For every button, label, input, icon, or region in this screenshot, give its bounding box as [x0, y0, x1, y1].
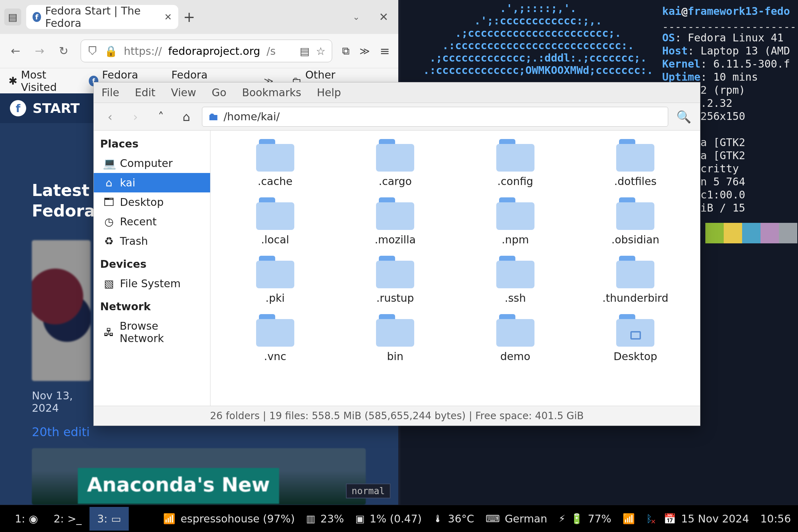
folder-config[interactable]: .config: [457, 139, 574, 187]
gear-icon: ✱: [8, 75, 17, 87]
extensions-icon[interactable]: ⧉: [342, 45, 349, 57]
folder-obsidian[interactable]: .obsidian: [577, 197, 694, 246]
folder-icon: [616, 139, 654, 172]
folder-cargo[interactable]: .cargo: [337, 139, 454, 187]
sidebar-icon: ◷: [103, 215, 115, 228]
window-close-button[interactable]: ✕: [379, 10, 388, 24]
nav-back-button[interactable]: ←: [8, 44, 23, 58]
nav-up-button[interactable]: ˄: [151, 107, 171, 127]
sidebar-icon: 💻: [103, 157, 115, 169]
nav-forward-button[interactable]: ›: [126, 107, 145, 127]
news-title: 20th editi: [32, 425, 91, 439]
sidebar-icon: ♻: [103, 235, 115, 247]
book-icon: ▭: [111, 513, 121, 525]
news-card[interactable]: Nov 13, 2024 20th editi: [32, 240, 91, 439]
reader-mode-icon[interactable]: ▤: [300, 45, 310, 57]
folder-thunderbird[interactable]: .thunderbird: [577, 256, 694, 304]
cpu-indicator[interactable]: ▣1% (0.47): [355, 513, 422, 525]
reload-button[interactable]: ↻: [57, 44, 71, 58]
file-manager-menubar: FileEditViewGoBookmarksHelp: [94, 82, 700, 103]
folder-icon: 🖿: [208, 110, 219, 123]
network-heading: Network: [94, 293, 210, 316]
wifi-indicator[interactable]: 📶espressohouse (97%): [163, 513, 295, 525]
folder-dotfiles[interactable]: .dotfiles: [577, 139, 694, 187]
ascii-art: .',;::::;,'. .';:cccccccccccc:;,. .;cccc…: [404, 2, 653, 76]
status-bar: 26 folders | 19 files: 558.5 MiB (585,65…: [94, 406, 700, 426]
lock-icon[interactable]: 🔒: [104, 45, 117, 57]
temp-indicator[interactable]: 🌡36°C: [433, 513, 474, 525]
path-text: /home/kai/: [224, 110, 280, 123]
sidebar-item-kai[interactable]: ⌂ kai: [94, 173, 210, 192]
sidebar-item-desktop[interactable]: 🗔 Desktop: [94, 192, 210, 212]
nav-back-button[interactable]: ‹: [100, 107, 120, 127]
vim-mode-badge: normal: [346, 484, 391, 498]
sidebar-item-trash[interactable]: ♻ Trash: [94, 231, 210, 251]
sidebar-icon: 🖧: [103, 326, 115, 339]
bookmark-star-icon[interactable]: ☆: [316, 45, 325, 57]
browser-tab-active[interactable]: f Fedora Start | The Fedora ✕: [26, 5, 178, 29]
sidebar-item-file-system[interactable]: ▧ File System: [94, 274, 210, 293]
menu-view[interactable]: View: [171, 86, 196, 99]
workspace-switcher: 1:◉ 2:>_ 3:▭: [7, 507, 129, 531]
keyboard-indicator[interactable]: ⌨German: [485, 513, 547, 525]
bluetooth-off-icon[interactable]: ᛒ: [646, 513, 652, 525]
search-button[interactable]: 🔍: [674, 107, 694, 127]
menu-edit[interactable]: Edit: [135, 86, 155, 99]
menu-help[interactable]: Help: [317, 86, 341, 99]
folder-bin[interactable]: bin: [337, 314, 454, 363]
sidebar-item-browse-network[interactable]: 🖧 Browse Network: [94, 316, 210, 348]
tab-close-icon[interactable]: ✕: [164, 12, 172, 22]
history-sidebar-button[interactable]: ▤: [4, 8, 21, 25]
bolt-icon: ⚡: [559, 513, 566, 525]
path-bar[interactable]: 🖿 /home/kai/: [202, 107, 668, 127]
time-indicator[interactable]: 10:56: [761, 513, 791, 525]
url-path: /s: [267, 45, 276, 57]
wifi-icon: 📶: [163, 513, 175, 525]
folder-icon: [256, 256, 294, 288]
folder-vnc[interactable]: .vnc: [217, 314, 334, 363]
folder-icon: [376, 314, 414, 347]
date-indicator[interactable]: 📅15 Nov 2024: [664, 513, 749, 525]
battery-indicator[interactable]: ⚡🔋77%: [559, 513, 611, 525]
folder-demo[interactable]: demo: [457, 314, 574, 363]
battery-icon: 🔋: [571, 513, 583, 525]
nav-forward-button[interactable]: →: [33, 44, 47, 58]
sidebar-item-recent[interactable]: ◷ Recent: [94, 212, 210, 231]
folder-icon: [376, 256, 414, 288]
all-tabs-dropdown[interactable]: ⌄: [353, 12, 360, 22]
folder-rustup[interactable]: .rustup: [337, 256, 454, 304]
folder-icon: [496, 314, 534, 347]
folder-cache[interactable]: .cache: [217, 139, 334, 187]
menu-go[interactable]: Go: [212, 86, 227, 99]
menu-file[interactable]: File: [102, 86, 119, 99]
folder-icon: [496, 256, 534, 288]
workspace-3[interactable]: 3:▭: [89, 507, 129, 531]
nav-home-button[interactable]: ⌂: [177, 107, 196, 127]
calendar-icon: 📅: [664, 513, 676, 525]
sidebar-item-computer[interactable]: 💻 Computer: [94, 154, 210, 173]
folder-npm[interactable]: .npm: [457, 197, 574, 246]
folder-local[interactable]: .local: [217, 197, 334, 246]
sidebar-icon: 🗔: [103, 196, 115, 208]
cellular-icon[interactable]: 📶: [623, 513, 635, 525]
address-bar[interactable]: ⛉ 🔒 https://fedoraproject.org/s ▤ ☆: [81, 40, 332, 62]
shield-icon[interactable]: ⛉: [87, 45, 98, 57]
new-tab-button[interactable]: +: [183, 9, 195, 25]
file-grid[interactable]: .cache .cargo .config .dotfiles .local .…: [210, 131, 700, 406]
tab-title: Fedora Start | The Fedora: [45, 5, 160, 29]
folder-pki[interactable]: .pki: [217, 256, 334, 304]
folder-mozilla[interactable]: .mozilla: [337, 197, 454, 246]
hamburger-menu-icon[interactable]: ≡: [380, 44, 390, 58]
folder-ssh[interactable]: .ssh: [457, 256, 574, 304]
ram-indicator[interactable]: ▥23%: [306, 513, 344, 525]
bookmark-most-visited[interactable]: ✱ Most Visited: [8, 69, 80, 93]
workspace-2[interactable]: 2:>_: [46, 507, 89, 531]
toolbar-overflow-icon[interactable]: ≫: [359, 45, 370, 57]
folder-icon: [376, 139, 414, 172]
folder-desktop[interactable]: Desktop: [577, 314, 694, 363]
menu-bookmarks[interactable]: Bookmarks: [242, 86, 301, 99]
workspace-1[interactable]: 1:◉: [7, 507, 46, 531]
keyboard-icon: ⌨: [485, 513, 499, 525]
news-thumbnail: [32, 240, 91, 381]
news-card-2[interactable]: Anaconda's New: [32, 448, 366, 505]
